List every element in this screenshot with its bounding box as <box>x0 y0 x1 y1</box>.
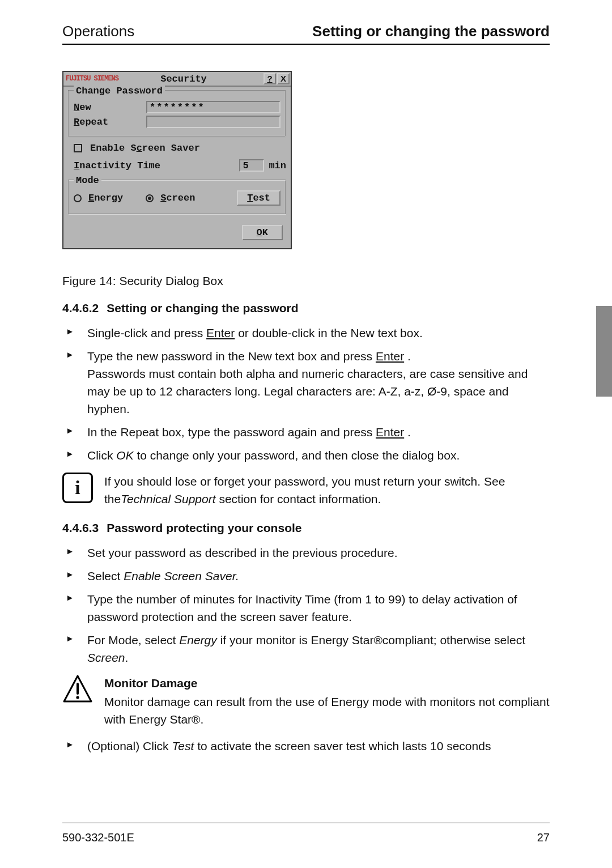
list-item: For Mode, select Energy if your monitor … <box>62 631 550 666</box>
list-item: In the Repeat box, type the password aga… <box>62 423 550 441</box>
info-callout: i If you should lose or forget your pass… <box>62 473 550 508</box>
subsection-heading-2: 4.4.6.3Password protecting your console <box>62 521 550 535</box>
new-password-input[interactable]: ******** <box>146 101 280 113</box>
change-password-legend: Change Password <box>74 86 165 96</box>
list-item: Click OK to change only your password, a… <box>62 446 550 464</box>
warning-text: Monitor damage can result from the use o… <box>104 693 550 728</box>
energy-radio[interactable] <box>74 194 82 202</box>
inactivity-unit: min <box>269 160 286 171</box>
enable-screensaver-label: Enable Screen Saver <box>90 143 200 154</box>
help-button[interactable]: ? <box>264 73 276 84</box>
dialog-titlebar: FUJITSU SIEMENS Security ? X <box>63 72 291 87</box>
close-button[interactable]: X <box>277 73 290 84</box>
page-footer: 590-332-501E 27 <box>62 823 550 844</box>
list-item: Type the new password in the New text bo… <box>62 347 550 418</box>
test-button[interactable]: Test <box>237 190 280 206</box>
ok-button[interactable]: OK <box>242 225 283 240</box>
warning-icon <box>62 674 93 705</box>
inactivity-input[interactable]: 5 <box>239 159 264 172</box>
steps-list-1: Single-click and press Enter or double-c… <box>62 324 550 465</box>
mode-fieldset: Mode Energy Screen Te <box>68 180 286 215</box>
screen-radio[interactable] <box>146 194 154 202</box>
new-label: New <box>74 102 142 113</box>
list-item: Single-click and press Enter or double-c… <box>62 324 550 342</box>
steps-list-3: (Optional) Click Test to activate the sc… <box>62 737 550 755</box>
footer-left: 590-332-501E <box>62 831 134 844</box>
svg-point-2 <box>76 696 79 699</box>
security-dialog: FUJITSU SIEMENS Security ? X Change Pass… <box>62 71 292 249</box>
inactivity-label: Inactivity Time <box>74 160 160 171</box>
steps-list-2: Set your password as described in the pr… <box>62 544 550 666</box>
footer-right: 27 <box>537 831 550 844</box>
list-item: Type the number of minutes for Inactivit… <box>62 590 550 626</box>
header-left: Operations <box>62 23 134 40</box>
header-right: Setting or changing the password <box>312 23 550 40</box>
warning-title: Monitor Damage <box>104 674 550 692</box>
mode-legend: Mode <box>74 175 101 186</box>
info-icon: i <box>62 473 93 503</box>
dialog-title: Security <box>122 74 262 84</box>
change-password-fieldset: Change Password New ******** Repeat <box>68 90 286 137</box>
repeat-password-input[interactable] <box>146 116 280 128</box>
brand-logo: FUJITSU SIEMENS <box>66 75 118 83</box>
screen-label: Screen <box>160 193 195 203</box>
list-item: (Optional) Click Test to activate the sc… <box>62 737 550 755</box>
page-header: Operations Setting or changing the passw… <box>62 23 550 45</box>
enable-screensaver-checkbox[interactable] <box>74 144 82 152</box>
info-text: If you should lose or forget your passwo… <box>104 473 550 508</box>
list-item: Select Enable Screen Saver. <box>62 567 550 585</box>
repeat-label: Repeat <box>74 117 142 127</box>
figure-caption: Figure 14: Security Dialog Box <box>62 274 550 288</box>
warning-callout: Monitor Damage Monitor damage can result… <box>62 674 550 728</box>
energy-label: Energy <box>88 193 123 203</box>
list-item: Set your password as described in the pr… <box>62 544 550 561</box>
subsection-heading-1: 4.4.6.2Setting or changing the password <box>62 301 550 315</box>
side-tab <box>596 306 612 397</box>
